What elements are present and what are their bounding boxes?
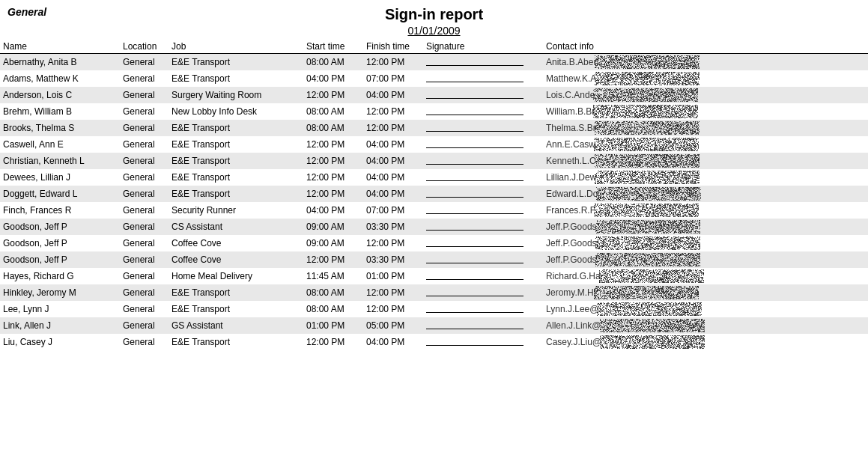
cell-signature bbox=[423, 251, 543, 268]
cell-start-time: 08:00 AM bbox=[303, 301, 363, 317]
col-header-signature: Signature bbox=[423, 40, 543, 54]
cell-finish-time: 12:00 PM bbox=[363, 235, 423, 251]
col-header-location: Location bbox=[120, 40, 169, 54]
cell-finish-time: 12:00 PM bbox=[363, 301, 423, 317]
cell-finish-time: 04:00 PM bbox=[363, 136, 423, 153]
table-row: Hayes, Richard GGeneralHome Meal Deliver… bbox=[0, 268, 868, 284]
cell-name: Goodson, Jeff P bbox=[0, 251, 120, 268]
cell-job: E&E Transport bbox=[169, 136, 303, 153]
cell-start-time: 12:00 PM bbox=[303, 169, 363, 186]
cell-job: E&E Transport bbox=[169, 169, 303, 186]
cell-contact: Anita.B.Aber bbox=[543, 54, 868, 71]
col-header-start: Start time bbox=[303, 40, 363, 54]
cell-name: Abernathy, Anita B bbox=[0, 54, 120, 71]
cell-contact: Kenneth.L.C bbox=[543, 153, 868, 169]
table-row: Adams, Matthew KGeneralE&E Transport04:0… bbox=[0, 70, 868, 87]
cell-finish-time: 12:00 PM bbox=[363, 284, 423, 301]
table-row: Brooks, Thelma SGeneralE&E Transport08:0… bbox=[0, 120, 868, 136]
cell-start-time: 12:00 PM bbox=[303, 251, 363, 268]
cell-signature bbox=[423, 235, 543, 251]
cell-location: General bbox=[120, 153, 169, 169]
cell-signature bbox=[423, 186, 543, 202]
cell-job: New Lobby Info Desk bbox=[169, 103, 303, 120]
table-row: Caswell, Ann EGeneralE&E Transport12:00 … bbox=[0, 136, 868, 153]
cell-finish-time: 07:00 PM bbox=[363, 202, 423, 219]
cell-location: General bbox=[120, 317, 169, 334]
cell-start-time: 09:00 AM bbox=[303, 219, 363, 235]
cell-name: Anderson, Lois C bbox=[0, 87, 120, 103]
cell-job: E&E Transport bbox=[169, 54, 303, 71]
table-row: Dewees, Lillian JGeneralE&E Transport12:… bbox=[0, 169, 868, 186]
table-row: Lee, Lynn JGeneralE&E Transport08:00 AM1… bbox=[0, 301, 868, 317]
cell-location: General bbox=[120, 268, 169, 284]
cell-location: General bbox=[120, 54, 169, 71]
cell-finish-time: 12:00 PM bbox=[363, 103, 423, 120]
cell-contact: Ann.E.Casw bbox=[543, 136, 868, 153]
cell-location: General bbox=[120, 186, 169, 202]
cell-start-time: 12:00 PM bbox=[303, 136, 363, 153]
cell-job: Home Meal Delivery bbox=[169, 268, 303, 284]
cell-location: General bbox=[120, 334, 169, 350]
cell-name: Brooks, Thelma S bbox=[0, 120, 120, 136]
report-date: 01/01/2009 bbox=[0, 25, 868, 37]
table-row: Hinkley, Jeromy MGeneralE&E Transport08:… bbox=[0, 284, 868, 301]
cell-location: General bbox=[120, 87, 169, 103]
cell-signature bbox=[423, 54, 543, 71]
cell-start-time: 09:00 AM bbox=[303, 235, 363, 251]
cell-signature bbox=[423, 334, 543, 350]
cell-name: Liu, Casey J bbox=[0, 334, 120, 350]
cell-contact: Jeff.P.Goods bbox=[543, 251, 868, 268]
cell-location: General bbox=[120, 284, 169, 301]
cell-job: GS Assistant bbox=[169, 317, 303, 334]
cell-signature bbox=[423, 153, 543, 169]
cell-start-time: 08:00 AM bbox=[303, 120, 363, 136]
cell-location: General bbox=[120, 169, 169, 186]
cell-start-time: 01:00 PM bbox=[303, 317, 363, 334]
cell-contact: Lillian.J.Dew bbox=[543, 169, 868, 186]
cell-finish-time: 03:30 PM bbox=[363, 251, 423, 268]
cell-signature bbox=[423, 120, 543, 136]
cell-signature bbox=[423, 70, 543, 87]
cell-job: E&E Transport bbox=[169, 70, 303, 87]
table-row: Brehm, William BGeneralNew Lobby Info De… bbox=[0, 103, 868, 120]
table-row: Christian, Kenneth LGeneralE&E Transport… bbox=[0, 153, 868, 169]
cell-name: Dewees, Lillian J bbox=[0, 169, 120, 186]
cell-start-time: 12:00 PM bbox=[303, 153, 363, 169]
cell-finish-time: 04:00 PM bbox=[363, 153, 423, 169]
table-row: Anderson, Lois CGeneralSurgery Waiting R… bbox=[0, 87, 868, 103]
cell-finish-time: 04:00 PM bbox=[363, 169, 423, 186]
cell-job: E&E Transport bbox=[169, 334, 303, 350]
table-row: Abernathy, Anita BGeneralE&E Transport08… bbox=[0, 54, 868, 71]
cell-location: General bbox=[120, 202, 169, 219]
cell-location: General bbox=[120, 136, 169, 153]
cell-start-time: 12:00 PM bbox=[303, 186, 363, 202]
cell-location: General bbox=[120, 120, 169, 136]
cell-finish-time: 01:00 PM bbox=[363, 268, 423, 284]
cell-name: Hayes, Richard G bbox=[0, 268, 120, 284]
cell-name: Finch, Frances R bbox=[0, 202, 120, 219]
cell-finish-time: 12:00 PM bbox=[363, 120, 423, 136]
cell-name: Lee, Lynn J bbox=[0, 301, 120, 317]
cell-location: General bbox=[120, 103, 169, 120]
cell-contact: Jeff.P.Goods bbox=[543, 219, 868, 235]
cell-finish-time: 07:00 PM bbox=[363, 70, 423, 87]
cell-job: E&E Transport bbox=[169, 186, 303, 202]
cell-signature bbox=[423, 301, 543, 317]
table-row: Goodson, Jeff PGeneralCoffee Cove12:00 P… bbox=[0, 251, 868, 268]
cell-name: Christian, Kenneth L bbox=[0, 153, 120, 169]
cell-job: E&E Transport bbox=[169, 284, 303, 301]
cell-job: E&E Transport bbox=[169, 153, 303, 169]
cell-location: General bbox=[120, 70, 169, 87]
cell-signature bbox=[423, 284, 543, 301]
cell-contact: Richard.G.Ha bbox=[543, 268, 868, 284]
cell-signature bbox=[423, 202, 543, 219]
col-header-job: Job bbox=[169, 40, 303, 54]
cell-finish-time: 12:00 PM bbox=[363, 54, 423, 71]
cell-job: CS Assistant bbox=[169, 219, 303, 235]
cell-contact: Allen.J.Link@ bbox=[543, 317, 868, 334]
cell-contact: Matthew.K.A bbox=[543, 70, 868, 87]
cell-job: Surgery Waiting Room bbox=[169, 87, 303, 103]
col-header-name: Name bbox=[0, 40, 120, 54]
cell-finish-time: 03:30 PM bbox=[363, 219, 423, 235]
col-header-contact: Contact info bbox=[543, 40, 868, 54]
